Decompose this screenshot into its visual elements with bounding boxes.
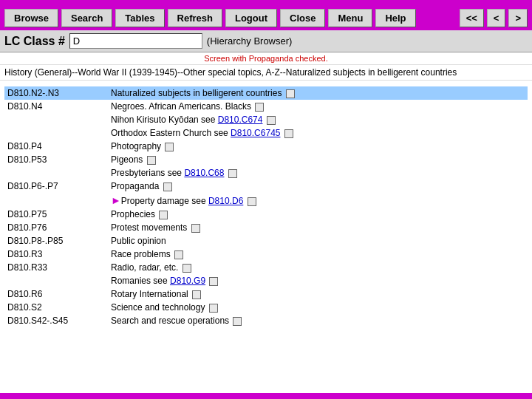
call-number: D810.N4 [4,100,108,113]
scope-icon[interactable] [255,103,264,112]
description: Science and technology [108,301,528,314]
close-button[interactable]: Close [280,9,325,27]
nav-prev-button[interactable]: < [487,9,506,27]
scope-icon[interactable] [286,89,295,98]
cursor-indicator: ► [111,194,121,206]
notice-text: Screen with Propaganda checked. [204,54,328,63]
breadcrumb: History (General)--World War II (1939-19… [0,65,532,81]
call-number: D810.P4 [4,140,108,153]
scope-icon[interactable] [284,129,293,138]
description: Public opinion [108,234,528,248]
table-row: Romanies see D810.G9 [4,274,528,287]
description: Search and rescue operations [108,314,528,327]
table-row: D810.R3Race problems [4,248,528,261]
scope-icon[interactable] [192,290,201,299]
see-also-link[interactable]: D810.C68 [184,168,224,178]
call-number: D810.P75 [4,208,108,221]
scope-icon[interactable] [165,143,174,151]
call-number: D810.P6-.P7 [4,180,108,193]
table-row: D810.P76Protest movements [4,221,528,234]
description: Presbyterians see D810.C68 [108,166,528,180]
table-row: D810.R33Radio, radar, etc. [4,261,528,274]
notice-bar: Screen with Propaganda checked. [0,52,532,65]
description: Race problems [108,248,528,261]
scope-icon[interactable] [147,156,156,165]
table-row: D810.P53Pigeons [4,153,528,166]
call-number [4,113,108,126]
description: Radio, radar, etc. [108,261,528,274]
description: Propaganda [108,180,528,193]
call-number [4,126,108,140]
browse-button[interactable]: Browse [4,9,58,27]
description: Negroes. African Americans. Blacks [108,100,528,113]
spacer [0,81,532,86]
scope-icon[interactable] [228,169,237,178]
table-row: Nihon Kirisuto Kyōdan see D810.C674 [4,113,528,126]
call-number: D810.P76 [4,221,108,234]
lc-class-bar: LC Class # (Hierarchy Browser) [0,30,532,52]
description: Photography [108,140,528,153]
search-button[interactable]: Search [61,9,112,27]
call-number: D810.R3 [4,248,108,261]
scope-icon[interactable] [233,317,242,326]
description: Romanies see D810.G9 [108,274,528,287]
scope-icon[interactable] [248,197,256,206]
scope-icon[interactable] [163,183,172,191]
see-also-link[interactable]: D810.D6 [208,196,243,206]
description: Naturalized subjects in belligerent coun… [108,86,528,100]
call-number [4,274,108,287]
lc-class-label: LC Class # [4,35,65,48]
table-row: D810.P4Photography [4,140,528,153]
top-purple-bar [0,0,532,6]
call-number: D810.S42-.S45 [4,314,108,327]
hierarchy-browser-label: (Hierarchy Browser) [207,35,293,47]
description: Orthodox Eastern Church see D810.C6745 [108,126,528,140]
lc-class-input[interactable] [69,33,202,49]
scope-icon[interactable] [174,250,183,259]
description: Nihon Kirisuto Kyōdan see D810.C674 [108,113,528,126]
call-number: D810.P8-.P85 [4,234,108,248]
scope-icon[interactable] [267,116,276,125]
see-also-link[interactable]: D810.C674 [218,115,263,125]
nav-prev-prev-button[interactable]: << [460,9,484,27]
description: Rotary International [108,287,528,301]
scope-icon[interactable] [159,211,168,219]
description: Protest movements [108,221,528,234]
table-row: D810.N4Negroes. African Americans. Black… [4,100,528,113]
scope-icon[interactable] [209,277,218,286]
table-row: D810.S42-.S45Search and rescue operation… [4,314,528,327]
call-number [4,193,108,208]
logout-button[interactable]: Logout [225,9,277,27]
table-row: D810.R6Rotary International [4,287,528,301]
scope-icon[interactable] [183,264,191,273]
nav-next-button[interactable]: > [508,9,528,27]
refresh-button[interactable]: Refresh [168,9,222,27]
call-number: D810.R6 [4,287,108,301]
table-row: Orthodox Eastern Church see D810.C6745 [4,126,528,140]
table-row: D810.P6-.P7Propaganda [4,180,528,193]
table-row: D810.N2-.N3Naturalized subjects in belli… [4,86,528,100]
call-number: D810.N2-.N3 [4,86,108,100]
menu-button[interactable]: Menu [328,9,372,27]
scope-icon[interactable] [209,304,218,313]
table-row: D810.S2Science and technology [4,301,528,314]
table-row: Presbyterians see D810.C68 [4,166,528,180]
tables-button[interactable]: Tables [115,9,164,27]
table-row: D810.P8-.P85Public opinion [4,234,528,248]
nav-bar: Browse Search Tables Refresh Logout Clos… [0,6,532,30]
see-also-link[interactable]: D810.C6745 [231,128,280,138]
table-row: D810.P75Prophecies [4,208,528,221]
description: ► Property damage see D810.D6 [108,193,528,208]
call-number [4,166,108,180]
content-area: D810.N2-.N3Naturalized subjects in belli… [0,86,532,389]
help-button[interactable]: Help [375,9,415,27]
call-number: D810.S2 [4,301,108,314]
scope-icon[interactable] [191,224,200,233]
entry-table: D810.N2-.N3Naturalized subjects in belli… [4,86,528,327]
description: Prophecies [108,208,528,221]
description: Pigeons [108,153,528,166]
call-number: D810.P53 [4,153,108,166]
see-also-link[interactable]: D810.G9 [170,276,205,286]
call-number: D810.R33 [4,261,108,274]
breadcrumb-text: History (General)--World War II (1939-19… [4,67,457,78]
